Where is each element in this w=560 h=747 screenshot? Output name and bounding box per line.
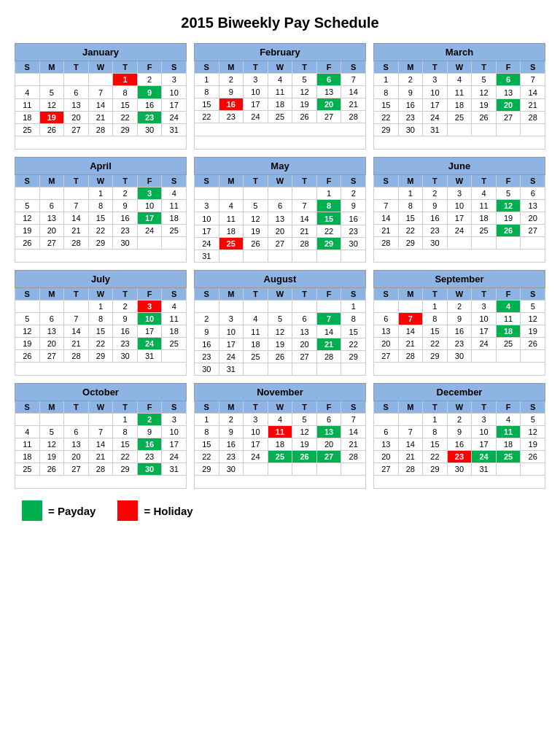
calendar-grid: January S M T W T F S 1 2 3 4 5 6 7 8 9 … — [15, 43, 545, 489]
table-row: 8 — [113, 86, 138, 98]
table-row: 4 — [15, 86, 40, 98]
table-row: 3 — [162, 74, 187, 86]
table-row: 29 — [113, 123, 138, 136]
month-may: May SMTWTFS 12 3456789 10111213141516 17… — [194, 157, 366, 263]
month-name-august: August — [195, 271, 366, 288]
payday-legend-item: = Payday — [22, 500, 96, 521]
table-row: 27 — [64, 123, 89, 136]
table-row: 25 — [15, 123, 40, 136]
legend: = Payday = Holiday — [15, 500, 545, 521]
table-row: 15 — [113, 98, 138, 111]
month-june: June SMTWTFS 123456 78910111213 14151617… — [373, 157, 545, 263]
day-header: W — [88, 61, 113, 74]
month-name-september: September — [374, 271, 545, 288]
table-row: 6 — [64, 86, 89, 98]
holiday-color-box — [117, 500, 138, 521]
month-name-may: May — [195, 158, 366, 175]
month-name-february: February — [195, 44, 366, 61]
table-row: 12 — [39, 98, 64, 111]
month-name-april: April — [15, 158, 187, 175]
month-name-march: March — [374, 44, 545, 61]
month-march: March SMTWTFS 1234567 891011121314 15161… — [373, 43, 545, 150]
table-row: 24 — [162, 111, 187, 123]
table-row — [39, 74, 64, 86]
table-row: 2 — [137, 74, 162, 86]
table-row: 9 — [137, 86, 162, 98]
table-row — [15, 74, 40, 86]
month-july: July SMTWTFS 1234 567891011 121314151617… — [15, 270, 187, 376]
month-name-october: October — [15, 384, 187, 401]
day-header: T — [64, 61, 89, 74]
table-row: 22 — [113, 111, 138, 123]
table-row: 26 — [39, 123, 64, 136]
page-title: 2015 Biweekly Pay Schedule — [15, 15, 545, 31]
month-august: August SMTWTFS 1 2345678 9101112131415 1… — [194, 270, 366, 376]
table-row: 14 — [88, 98, 113, 111]
table-row: 13 — [64, 98, 89, 111]
day-header: S — [15, 61, 40, 74]
table-row: 28 — [88, 123, 113, 136]
day-header: F — [137, 61, 162, 74]
table-row: 5 — [39, 86, 64, 98]
table-row: 17 — [162, 98, 187, 111]
month-october: October SMTWTFS 123 45678910 11121314151… — [15, 383, 187, 489]
month-name-january: January — [15, 44, 187, 61]
payday-label: = Payday — [48, 505, 96, 517]
table-row — [88, 74, 113, 86]
table-row: 18 — [15, 111, 40, 123]
table-row: 1 — [113, 74, 138, 86]
table-row: 20 — [64, 111, 89, 123]
table-row: 31 — [162, 123, 187, 136]
table-row: 11 — [15, 98, 40, 111]
table-row: 10 — [162, 86, 187, 98]
month-november: November SMTWTFS 1234567 891011121314 15… — [194, 383, 366, 489]
day-header: M — [39, 61, 64, 74]
day-header: S — [162, 61, 187, 74]
holiday-label: = Holiday — [144, 505, 192, 517]
month-january: January S M T W T F S 1 2 3 4 5 6 7 8 9 … — [15, 43, 187, 150]
payday-color-box — [22, 500, 42, 521]
table-row: 23 — [137, 111, 162, 123]
month-name-july: July — [15, 271, 187, 288]
table-row: 21 — [88, 111, 113, 123]
month-september: September SMTWTFS 12345 6789101112 13141… — [373, 270, 545, 376]
month-name-june: June — [374, 158, 545, 175]
table-row — [64, 74, 89, 86]
month-april: April SMTWTFS 1234 567891011 12131415161… — [15, 157, 187, 263]
table-row: 30 — [137, 123, 162, 136]
table-row: 19 — [39, 111, 64, 123]
table-row: 16 — [137, 98, 162, 111]
holiday-legend-item: = Holiday — [117, 500, 192, 521]
day-header: T — [113, 61, 138, 74]
table-row: 7 — [88, 86, 113, 98]
month-december: December SMTWTFS 12345 6789101112 131415… — [373, 383, 545, 489]
month-february: February SMTWTFS 1234567 891011121314 15… — [194, 43, 366, 150]
month-name-december: December — [374, 384, 545, 401]
month-name-november: November — [195, 384, 366, 401]
